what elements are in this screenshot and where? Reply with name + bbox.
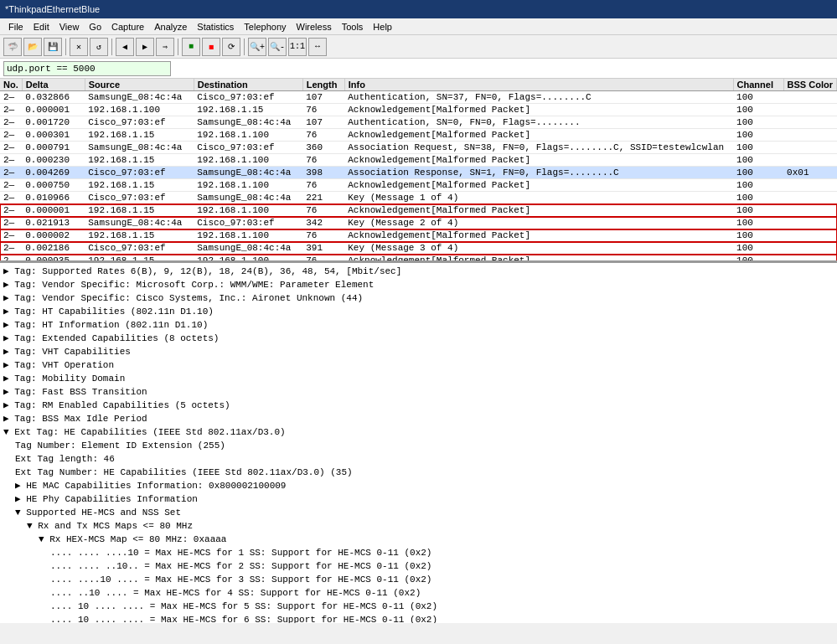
table-cell: 100 (733, 229, 783, 242)
table-cell: SamsungE_08:4c:4a (194, 192, 302, 204)
table-cell: 0.000791 (22, 142, 85, 154)
table-row[interactable]: 2—0.002186Cisco_97:03:efSamsungE_08:4c:4… (0, 242, 837, 255)
detail-line[interactable]: ▶ Tag: VHT Capabilities (3, 345, 834, 358)
detail-line[interactable]: ▶ Tag: HT Information (802.11n D1.10) (3, 318, 834, 332)
table-cell: 100 (733, 116, 783, 129)
table-cell: 192.168.1.15 (85, 179, 194, 192)
detail-pane[interactable]: ▶ Tag: Supported Rates 6(B), 9, 12(B), 1… (0, 263, 837, 623)
detail-line[interactable]: ▶ Tag: VHT Operation (3, 358, 834, 372)
detail-line[interactable]: ▶ Tag: Extended Capabilities (8 octets) (3, 332, 834, 345)
table-cell: SamsungE_08:4c:4a (194, 116, 302, 129)
toolbar-sep4 (244, 39, 245, 55)
table-cell (783, 154, 836, 167)
table-cell: Authentication, SN=37, FN=0, Flags=.....… (344, 91, 733, 104)
zoom-in-btn[interactable]: 🔍+ (248, 38, 266, 56)
table-cell: 0.000750 (22, 179, 85, 192)
table-row[interactable]: 2—0.001720Cisco_97:03:efSamsungE_08:4c:4… (0, 116, 837, 129)
table-row[interactable]: 2—0.000791SamsungE_08:4c:4aCisco_97:03:e… (0, 142, 837, 154)
menu-file[interactable]: File (3, 22, 28, 32)
detail-line[interactable]: ▼ Ext Tag: HE Capabilities (IEEE Std 802… (3, 425, 834, 439)
close-btn[interactable]: ✕ (70, 38, 88, 56)
detail-line[interactable]: ▶ Tag: HT Capabilities (802.11n D1.10) (3, 305, 834, 318)
table-row[interactable]: 2—0.021913SamsungE_08:4c:4aCisco_97:03:e… (0, 217, 837, 229)
detail-line: .... ..10 .... = Max HE-MCS for 4 SS: Su… (3, 586, 834, 600)
detail-line[interactable]: ▶ Tag: BSS Max Idle Period (3, 412, 834, 425)
menu-help[interactable]: Help (368, 22, 397, 32)
menu-bar: File Edit View Go Capture Analyze Statis… (0, 18, 837, 35)
detail-line: Ext Tag Number: HE Capabilities (IEEE St… (3, 466, 834, 479)
table-cell: 107 (302, 91, 344, 104)
table-cell: Key (Message 3 of 4) (344, 242, 733, 255)
table-cell: 100 (733, 142, 783, 154)
detail-line[interactable]: ▶ Tag: RM Enabled Capabilities (5 octets… (3, 399, 834, 412)
table-cell: 2— (0, 91, 22, 104)
table-cell: 192.168.1.100 (194, 255, 302, 264)
goto-btn[interactable]: ⇒ (156, 38, 174, 56)
menu-telephony[interactable]: Telephony (239, 22, 291, 32)
table-row[interactable]: 2—0.000001192.168.1.15192.168.1.10076Ack… (0, 204, 837, 217)
menu-tools[interactable]: Tools (337, 22, 369, 32)
menu-statistics[interactable]: Statistics (192, 22, 239, 32)
table-row[interactable]: 2—0.000002192.168.1.15192.168.1.10076Ack… (0, 229, 837, 242)
display-filter-input[interactable] (3, 61, 171, 76)
table-cell: 2— (0, 104, 22, 116)
table-row[interactable]: 2—0.004269Cisco_97:03:efSamsungE_08:4c:4… (0, 167, 837, 179)
toolbar-sep1 (65, 39, 66, 55)
menu-analyze[interactable]: Analyze (149, 22, 192, 32)
open-btn[interactable]: 📂 (23, 38, 42, 56)
table-cell: 398 (302, 167, 344, 179)
col-header-info: Info (344, 79, 733, 91)
detail-line[interactable]: ▶ Tag: Mobility Domain (3, 372, 834, 385)
table-cell: Cisco_97:03:ef (194, 142, 302, 154)
start-btn[interactable]: ■ (182, 38, 200, 56)
menu-wireless[interactable]: Wireless (292, 22, 337, 32)
detail-line[interactable]: ▼ Rx and Tx MCS Maps <= 80 MHz (3, 519, 834, 533)
table-cell: 0.000001 (22, 204, 85, 217)
menu-edit[interactable]: Edit (28, 22, 54, 32)
menu-view[interactable]: View (54, 22, 85, 32)
table-cell: 2— (0, 179, 22, 192)
table-row[interactable]: 2—0.000935192.168.1.15192.168.1.10076Ack… (0, 255, 837, 264)
reload-btn[interactable]: ↺ (90, 38, 108, 56)
table-row[interactable]: 2—0.000301192.168.1.15192.168.1.10076Ack… (0, 129, 837, 142)
table-row[interactable]: 2—0.000230192.168.1.15192.168.1.10076Ack… (0, 154, 837, 167)
detail-line[interactable]: ▶ Tag: Vendor Specific: Cisco Systems, I… (3, 291, 834, 305)
detail-line[interactable]: ▼ Supported HE-MCS and NSS Set (3, 506, 834, 519)
menu-go[interactable]: Go (84, 22, 106, 32)
table-cell: 0.010966 (22, 192, 85, 204)
zoom-out-btn[interactable]: 🔍- (268, 38, 287, 56)
table-cell: 76 (302, 129, 344, 142)
table-cell: 76 (302, 204, 344, 217)
resize-btn[interactable]: ↔ (308, 38, 327, 56)
detail-line[interactable]: ▶ Tag: Supported Rates 6(B), 9, 12(B), 1… (3, 265, 834, 278)
detail-line[interactable]: ▼ Rx HEX-MCS Map <= 80 MHz: 0xaaaa (3, 533, 834, 546)
save-btn[interactable]: 💾 (44, 38, 62, 56)
zoom-100-btn[interactable]: 1:1 (288, 38, 307, 56)
table-row[interactable]: 2—0.032866SamsungE_08:4c:4aCisco_97:03:e… (0, 91, 837, 104)
table-row[interactable]: 2—0.010966Cisco_97:03:efSamsungE_08:4c:4… (0, 192, 837, 204)
packet-list[interactable]: No. Delta Source Destination Length Info… (0, 79, 837, 263)
col-header-delta: Delta (22, 79, 85, 91)
new-capture-btn[interactable]: 🦈 (3, 38, 22, 56)
back-btn[interactable]: ◀ (116, 38, 134, 56)
stop-btn[interactable]: ◼ (202, 38, 220, 56)
detail-line: Ext Tag length: 46 (3, 452, 834, 466)
menu-capture[interactable]: Capture (106, 22, 149, 32)
detail-line[interactable]: ▶ Tag: Fast BSS Transition (3, 385, 834, 399)
table-row[interactable]: 2—0.000001192.168.1.100192.168.1.1576Ack… (0, 104, 837, 116)
detail-line: .... .... ..10.. = Max HE-MCS for 2 SS: … (3, 559, 834, 573)
table-row[interactable]: 2—0.000750192.168.1.15192.168.1.10076Ack… (0, 179, 837, 192)
forward-btn[interactable]: ▶ (136, 38, 154, 56)
table-cell: 0.001720 (22, 116, 85, 129)
table-cell: 192.168.1.100 (194, 204, 302, 217)
table-cell: SamsungE_08:4c:4a (85, 91, 194, 104)
table-cell (783, 142, 836, 154)
table-cell: 192.168.1.15 (85, 204, 194, 217)
table-cell: Cisco_97:03:ef (85, 167, 194, 179)
table-cell (783, 204, 836, 217)
restart-btn[interactable]: ⟳ (222, 38, 240, 56)
col-header-dest: Destination (194, 79, 302, 91)
detail-line[interactable]: ▶ Tag: Vendor Specific: Microsoft Corp.:… (3, 278, 834, 291)
detail-line[interactable]: ▶ HE Phy Capabilities Information (3, 492, 834, 506)
detail-line[interactable]: ▶ HE MAC Capabilities Information: 0x800… (3, 479, 834, 492)
